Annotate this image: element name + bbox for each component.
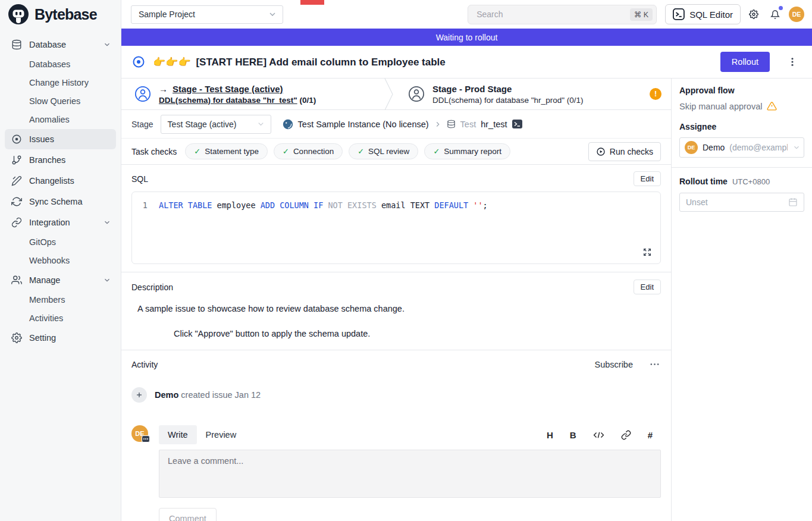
stage-select-value: Test Stage (active): [168, 120, 237, 129]
sidebar-item-branches[interactable]: Branches: [5, 150, 116, 170]
kebab-menu-button[interactable]: [785, 54, 800, 70]
bytebase-logo-icon: [8, 4, 29, 25]
comment-input[interactable]: [159, 450, 661, 498]
stage-name: Stage - Test Stage (active): [173, 84, 283, 94]
rollout-time-input[interactable]: Unset: [679, 193, 804, 212]
hash-icon[interactable]: #: [648, 430, 653, 440]
sql-section: SQL Edit 1 ALTER TABLE employee ADD COLU…: [121, 165, 671, 272]
check-pill-statement-type[interactable]: ✓ Statement type: [185, 143, 268, 159]
chevron-down-icon: [103, 276, 111, 284]
sql-code: ALTER TABLE employee ADD COLUMN IF NOT E…: [159, 200, 488, 210]
sidebar-item-label: Activities: [29, 313, 63, 323]
check-icon: ✓: [194, 147, 200, 156]
changelists-icon: [11, 175, 23, 187]
sidebar-item-members[interactable]: Members: [5, 291, 116, 309]
description-edit-button[interactable]: Edit: [634, 280, 661, 294]
approval-flow-title: Approval flow: [679, 86, 804, 95]
link-icon[interactable]: [621, 430, 631, 440]
search-input[interactable]: [475, 9, 630, 20]
comment-submit-button[interactable]: Comment: [159, 508, 217, 521]
sidebar-item-sync-schema[interactable]: Sync Schema: [5, 192, 116, 212]
instance-link[interactable]: Test Sample Instance (No license): [298, 120, 429, 129]
chevron-down-icon: [103, 40, 111, 49]
sidebar-item-label: GitOps: [29, 237, 56, 247]
sidebar-item-database[interactable]: Database: [5, 34, 116, 55]
open-sql-editor-mini-icon[interactable]: [512, 120, 522, 128]
status-banner-text: Waiting to rollout: [436, 33, 498, 42]
sql-editor-button[interactable]: SQL Editor: [665, 4, 741, 24]
check-pill-label: SQL review: [368, 147, 409, 156]
check-pill-label: Statement type: [205, 147, 259, 156]
tab-preview[interactable]: Preview: [197, 425, 246, 444]
sidebar-item-slow-queries[interactable]: Slow Queries: [5, 92, 116, 110]
chevron-down-icon: [268, 10, 277, 19]
expand-icon[interactable]: [641, 246, 653, 258]
stage-person-icon: [408, 86, 425, 102]
activity-item: Demo created issue Jan 12: [131, 387, 661, 403]
heading-icon[interactable]: H: [547, 430, 553, 440]
assignee-title: Assignee: [679, 122, 804, 131]
branch-icon: [11, 154, 23, 166]
format-toolbar: H B #: [547, 430, 661, 440]
stage-select[interactable]: Test Stage (active): [161, 115, 271, 134]
sidebar-item-integration[interactable]: Integration: [5, 212, 116, 233]
stage-card-test[interactable]: → Stage - Test Stage (active) DDL(schema…: [121, 79, 384, 109]
activity-section: Activity Subscribe Demo created issue Ja…: [121, 350, 671, 521]
sql-label: SQL: [131, 174, 148, 184]
sidebar-item-changelists[interactable]: Changelists: [5, 171, 116, 191]
comment-editor: DE Write Preview H B: [131, 425, 661, 521]
sidebar-item-setting[interactable]: Setting: [5, 328, 116, 348]
sidebar-nav: Database Databases Change History Slow Q…: [0, 29, 121, 348]
project-select[interactable]: Sample Project: [131, 5, 283, 24]
assignee-select[interactable]: DE Demo (demo@example: [679, 137, 804, 158]
user-avatar[interactable]: DE: [789, 7, 804, 22]
notifications-bell-button[interactable]: [767, 6, 783, 23]
tab-write[interactable]: Write: [159, 425, 197, 444]
stage-task-count: (0/1): [299, 96, 316, 105]
run-checks-button[interactable]: Run checks: [588, 142, 661, 161]
sidebar-item-label: Integration: [29, 218, 70, 227]
sidebar-item-gitops[interactable]: GitOps: [5, 233, 116, 251]
sql-code-block[interactable]: 1 ALTER TABLE employee ADD COLUMN IF NOT…: [131, 192, 661, 264]
code-icon[interactable]: [593, 431, 604, 440]
main-column: Sample Project ⌘ K SQL Editor DE Waiting…: [121, 0, 812, 521]
sidebar-item-webhooks[interactable]: Webhooks: [5, 252, 116, 269]
sidebar-item-label: Databases: [29, 59, 70, 69]
subscribe-button[interactable]: Subscribe: [591, 359, 637, 370]
sidebar-item-label: Branches: [29, 155, 65, 165]
sql-edit-button[interactable]: Edit: [634, 171, 661, 186]
sidebar-item-label: Sync Schema: [29, 197, 82, 206]
red-indicator: [300, 0, 324, 5]
brand-logo[interactable]: Bytebase: [0, 0, 121, 29]
brand-name: Bytebase: [35, 6, 97, 23]
database-breadcrumb: Test Sample Instance (No license) Test h…: [283, 119, 522, 130]
check-pill-summary-report[interactable]: ✓ Summary report: [424, 143, 510, 159]
activity-action: created issue: [181, 390, 232, 400]
sidebar-item-databases[interactable]: Databases: [5, 55, 116, 73]
stage-task: DDL(schema) for database "hr_test": [159, 96, 297, 105]
stage-name: Stage - Prod Stage: [432, 84, 512, 94]
bold-icon[interactable]: B: [570, 430, 576, 440]
sidebar-item-anomalies[interactable]: Anomalies: [5, 111, 116, 128]
stage-select-row: Stage Test Stage (active) Test Sample In…: [121, 110, 671, 139]
stage-card-prod[interactable]: Stage - Prod Stage DDL(schema) for datab…: [394, 79, 671, 109]
database-link[interactable]: hr_test: [481, 120, 507, 129]
task-checks-row: Task checks ✓ Statement type ✓ Connectio…: [121, 139, 671, 165]
check-icon: ✓: [283, 147, 289, 156]
plus-icon: [131, 387, 147, 403]
rollout-button[interactable]: Rollout: [720, 52, 770, 72]
calendar-icon: [788, 197, 798, 207]
ellipsis-menu-button[interactable]: [648, 358, 661, 371]
link-icon: [11, 216, 23, 228]
warning-triangle-icon: [767, 101, 777, 111]
sidebar-item-label: Setting: [29, 333, 56, 343]
sidebar-item-activities[interactable]: Activities: [5, 309, 116, 327]
check-pill-label: Connection: [293, 147, 334, 156]
sidebar-item-change-history[interactable]: Change History: [5, 74, 116, 92]
sidebar-item-label: Issues: [29, 134, 54, 144]
check-pill-connection[interactable]: ✓ Connection: [274, 143, 343, 159]
sidebar-item-issues[interactable]: Issues: [5, 129, 116, 149]
sidebar-item-manage[interactable]: Manage: [5, 270, 116, 290]
check-pill-sql-review[interactable]: ✓ SQL review: [349, 143, 418, 159]
settings-gear-button[interactable]: [745, 6, 762, 23]
